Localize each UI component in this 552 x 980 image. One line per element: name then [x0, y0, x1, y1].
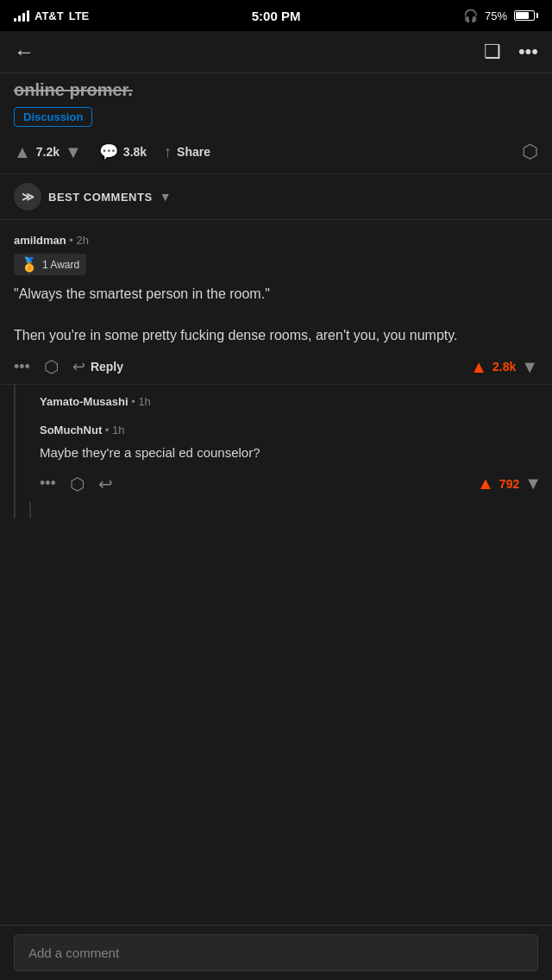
back-button[interactable]: ←: [14, 40, 34, 64]
comment-author: amildman: [14, 234, 66, 247]
share-icon: ↑: [164, 143, 172, 161]
nested-separator-2: •: [105, 424, 112, 437]
comment-body: "Always the smartest person in the room.…: [14, 284, 538, 346]
award-comment-button[interactable]: ⬡: [44, 356, 59, 377]
share-section[interactable]: ↑ Share: [164, 143, 210, 161]
sort-dropdown-button[interactable]: ▼: [160, 190, 172, 204]
sort-label: BEST COMMENTS: [48, 191, 153, 204]
award-icon: ⬡: [522, 141, 538, 162]
flair-badge[interactable]: Discussion: [14, 107, 92, 127]
status-right: 🎧 75%: [463, 9, 538, 22]
nav-left: ←: [14, 40, 34, 64]
award-section[interactable]: ⬡: [522, 141, 538, 163]
sort-bar: ≫ BEST COMMENTS ▼: [0, 174, 552, 220]
nested-reply-icon[interactable]: ↩: [98, 474, 113, 494]
carrier-name: AT&T: [34, 9, 64, 22]
nested-comment-1: Yamato-Musashi • 1h: [29, 385, 552, 418]
nested-downvote-button[interactable]: ▼: [524, 474, 542, 493]
nested-upvote-button[interactable]: ▲: [477, 474, 494, 493]
nested-time-1: 1h: [138, 395, 150, 408]
nav-right: ❑ •••: [484, 41, 538, 63]
nested-comments-container: Yamato-Musashi • 1h SoMuchNut • 1h Maybe…: [14, 385, 552, 518]
status-bar: AT&T LTE 5:00 PM 🎧 75%: [0, 0, 552, 31]
nested-comment-1-meta: Yamato-Musashi • 1h: [40, 395, 542, 408]
action-bar: ▲ 7.2k ▼ 💬 3.8k ↑ Share ⬡: [0, 130, 552, 174]
carrier-info: AT&T LTE: [14, 9, 89, 22]
add-comment-bar: Add a comment: [0, 925, 552, 980]
battery-icon: [514, 10, 538, 21]
add-comment-input[interactable]: Add a comment: [14, 934, 538, 971]
bookmark-button[interactable]: ❑: [484, 41, 501, 63]
comment-upvote-button[interactable]: ▲: [470, 357, 487, 377]
upvote-button[interactable]: ▲: [14, 142, 31, 162]
comments-container: amildman • 2h 🏅 1 Award "Always the smar…: [0, 220, 552, 518]
comment-quote: "Always the smartest person in the room.…: [14, 286, 270, 301]
network-type: LTE: [69, 9, 90, 22]
battery-percent: 75%: [485, 9, 507, 22]
award-badge-icon: 🏅: [21, 256, 38, 273]
nested-comment-2-meta: SoMuchNut • 1h: [40, 424, 542, 437]
nested-author-2: SoMuchNut: [40, 424, 102, 437]
comment-section: 💬 3.8k: [99, 142, 147, 161]
more-options-icon[interactable]: •••: [14, 358, 30, 376]
headphone-icon: 🎧: [463, 9, 478, 22]
vote-section: ▲ 7.2k ▼: [14, 142, 82, 162]
comment-actions: ••• ⬡ ↩ Reply ▲ 2.8k ▼: [14, 356, 538, 377]
comment-vote-section: ▲ 2.8k ▼: [470, 357, 538, 377]
post-title: online promer.: [14, 80, 538, 100]
clock: 5:00 PM: [252, 9, 301, 23]
reply-label: Reply: [91, 360, 123, 374]
nested-author-1: Yamato-Musashi: [40, 395, 129, 408]
comment-upvote-count: 2.8k: [492, 360, 516, 374]
comment-downvote-button[interactable]: ▼: [521, 357, 538, 377]
comment-count: 3.8k: [123, 145, 147, 159]
award-badge: 🏅 1 Award: [14, 254, 86, 275]
nested-award-button[interactable]: ⬡: [70, 474, 85, 494]
nested-comment-2-body: Maybe they're a special ed counselor?: [40, 443, 542, 463]
comment-time: 2h: [76, 234, 88, 247]
nested-comment-2: SoMuchNut • 1h Maybe they're a special e…: [29, 418, 552, 501]
nested-time-2: 1h: [112, 424, 124, 437]
upvote-count: 7.2k: [36, 145, 60, 159]
signal-icon: [14, 9, 29, 22]
comment-meta: amildman • 2h: [14, 234, 538, 247]
award-badge-text: 1 Award: [42, 259, 79, 271]
nested-more-icon[interactable]: •••: [40, 474, 56, 493]
comment-icon: 💬: [99, 142, 118, 161]
comment-top-level: amildman • 2h 🏅 1 Award "Always the smar…: [0, 220, 552, 385]
nested-comment-2-actions: ••• ⬡ ↩ ▲ 792 ▼: [40, 474, 542, 494]
downvote-button[interactable]: ▼: [65, 142, 82, 162]
top-nav: ← ❑ •••: [0, 31, 552, 73]
thread-line: [29, 501, 31, 518]
comment-response: Then you're in some pretty fucking dense…: [14, 328, 458, 342]
share-label: Share: [177, 145, 210, 159]
reply-button[interactable]: ↩ Reply: [72, 357, 123, 376]
nested-vote-section: ▲ 792 ▼: [477, 474, 542, 493]
add-comment-placeholder: Add a comment: [28, 945, 119, 960]
post-header: online promer. Discussion: [0, 73, 552, 130]
more-options-button[interactable]: •••: [518, 41, 538, 63]
collapse-icon[interactable]: ≫: [14, 183, 41, 210]
nested-upvote-count: 792: [499, 477, 519, 491]
reply-icon: ↩: [72, 357, 85, 376]
